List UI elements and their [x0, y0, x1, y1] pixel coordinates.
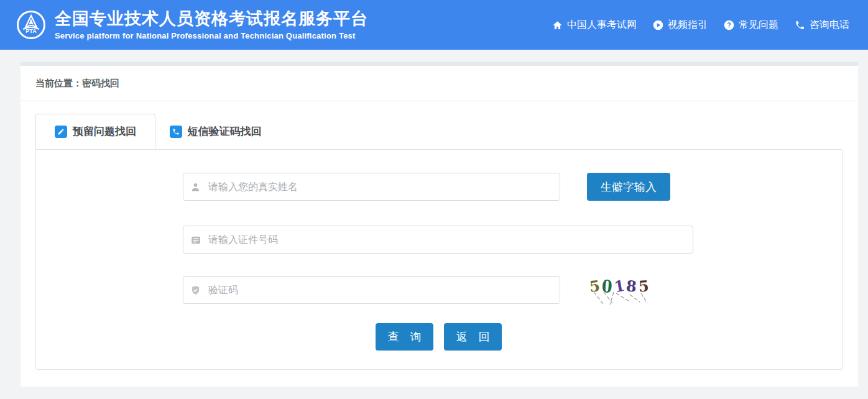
phone-icon	[795, 20, 805, 30]
id-card-icon	[190, 234, 201, 245]
home-icon	[552, 20, 563, 30]
tab-bar: 预留问题找回 短信验证码找回	[35, 114, 843, 149]
main-panel: 当前位置：密码找回 预留问题找回 短信验证码找回 生僻字输入	[21, 62, 858, 387]
header-nav: 中国人事考试网 视频指引 ? 常见问题 咨询电话	[552, 19, 849, 32]
nav-link-label: 常见问题	[739, 19, 778, 32]
header: PTA 全国专业技术人员资格考试报名服务平台 Service platform …	[0, 0, 868, 50]
pencil-icon	[55, 126, 67, 138]
query-button[interactable]: 查 询	[376, 323, 433, 351]
site-subtitle: Service platform for National Profession…	[55, 31, 368, 40]
captcha-image[interactable]: 50185	[585, 276, 653, 307]
nav-link-video-guide[interactable]: 视频指引	[653, 19, 708, 32]
back-button[interactable]: 返 回	[444, 323, 502, 351]
breadcrumb: 当前位置：密码找回	[35, 78, 119, 89]
shield-icon	[190, 285, 201, 295]
id-number-field-wrap	[183, 226, 693, 254]
breadcrumb-bar: 当前位置：密码找回	[21, 66, 858, 101]
nav-link-hotline[interactable]: 咨询电话	[795, 19, 849, 32]
tab-label: 短信验证码找回	[188, 124, 262, 139]
nav-link-label: 咨询电话	[810, 19, 849, 32]
tab-label: 预留问题找回	[73, 124, 136, 139]
question-circle-icon: ?	[724, 20, 734, 30]
pta-logo-icon: PTA	[16, 10, 46, 40]
site-title-block: 全国专业技术人员资格考试报名服务平台 Service platform for …	[55, 9, 368, 40]
rare-character-input-button[interactable]: 生僻字输入	[587, 173, 670, 201]
person-icon	[190, 181, 201, 192]
nav-link-label: 视频指引	[668, 19, 708, 32]
id-number-input[interactable]	[183, 226, 693, 254]
nav-link-faq[interactable]: ? 常见问题	[724, 19, 778, 32]
phone-icon	[170, 126, 182, 138]
captcha-noise-lines	[585, 291, 653, 307]
site-title: 全国专业技术人员资格考试报名服务平台	[55, 9, 368, 29]
captcha-input[interactable]	[183, 276, 560, 304]
tab-security-question-recovery[interactable]: 预留问题找回	[35, 114, 155, 149]
nav-link-cpta-site[interactable]: 中国人事考试网	[552, 19, 637, 32]
nav-link-label: 中国人事考试网	[567, 19, 637, 32]
real-name-input[interactable]	[183, 173, 560, 201]
real-name-field-wrap	[183, 173, 560, 201]
recovery-form-panel: 生僻字输入 50185	[35, 149, 843, 370]
play-circle-icon	[653, 20, 663, 30]
svg-text:?: ?	[727, 21, 731, 29]
svg-text:PTA: PTA	[25, 28, 37, 34]
tab-sms-code-recovery[interactable]: 短信验证码找回	[155, 114, 275, 149]
captcha-field-wrap	[183, 276, 560, 304]
